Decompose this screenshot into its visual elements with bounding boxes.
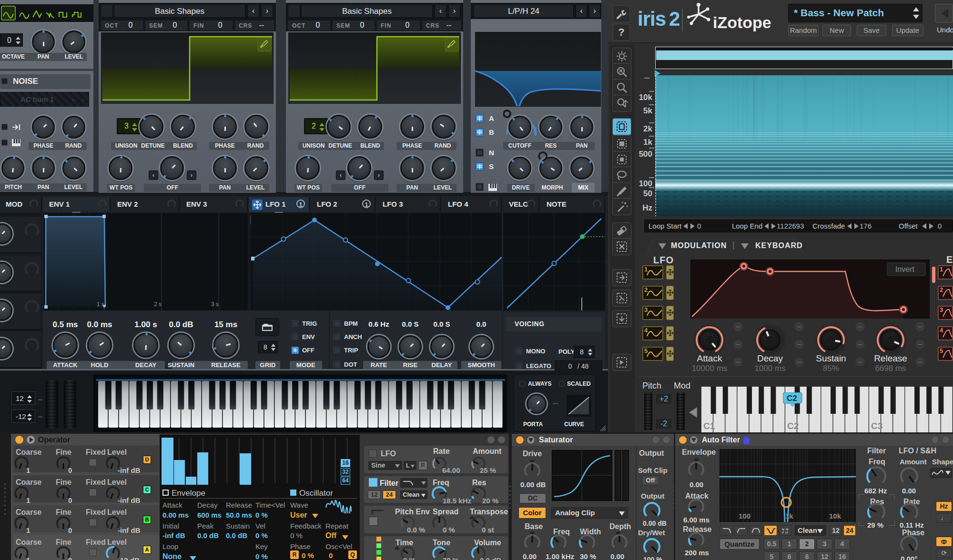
svg-text:1 s: 1 s: [97, 301, 104, 308]
svg-text:Invert: Invert: [895, 265, 915, 273]
svg-text:2 s: 2 s: [154, 301, 162, 308]
svg-text:10k: 10k: [829, 512, 841, 520]
svg-text:1k: 1k: [785, 512, 793, 520]
svg-text:C1: C1: [703, 421, 715, 431]
svg-text:C3: C3: [871, 421, 882, 431]
svg-text:100: 100: [739, 512, 750, 520]
svg-text:C2: C2: [787, 421, 799, 431]
svg-text:3 s: 3 s: [211, 301, 219, 308]
svg-text:C2: C2: [787, 394, 797, 403]
